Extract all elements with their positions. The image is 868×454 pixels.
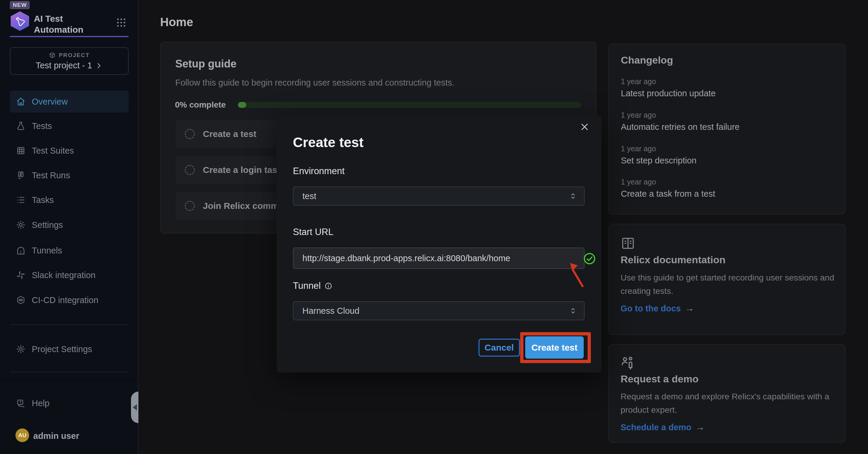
changelog-title: Changelog xyxy=(621,54,673,66)
modal-close-button[interactable] xyxy=(578,120,592,134)
new-badge: NEW xyxy=(10,1,30,9)
module-grid-icon[interactable] xyxy=(116,17,127,28)
start-url-input[interactable]: http://stage.dbank.prod-apps.relicx.ai:8… xyxy=(293,247,585,269)
dashed-circle-icon xyxy=(185,201,195,211)
app-logo xyxy=(11,11,29,31)
arrow-right-icon: → xyxy=(696,422,705,433)
cube-icon xyxy=(49,52,56,59)
sidebar-item-label: Overview xyxy=(32,97,68,107)
changelog-time: 1 year ago xyxy=(621,77,656,86)
user-name[interactable]: admin user xyxy=(33,431,79,441)
sidebar-item-label: Tests xyxy=(32,121,52,131)
sidebar-item-slack-integration[interactable]: Slack integration xyxy=(10,264,129,286)
app-title: AI Test Automation xyxy=(34,13,84,35)
brand-underline xyxy=(10,36,129,37)
home-icon xyxy=(16,97,26,107)
sidebar-item-help[interactable]: Help xyxy=(10,392,129,414)
project-selector[interactable]: PROJECT Test project - 1 xyxy=(10,47,129,75)
dashed-circle-icon xyxy=(185,165,195,175)
grid-icon xyxy=(16,146,26,155)
annotation-highlight-box xyxy=(520,332,591,363)
sidebar-item-label: Help xyxy=(32,398,50,408)
progress-label: 0% complete xyxy=(175,100,226,110)
sidebar: NEW AI Test Automation PROJECT Test proj… xyxy=(0,0,138,454)
book-icon xyxy=(621,236,636,251)
sidebar-item-label: Slack integration xyxy=(32,270,95,280)
progress-fill xyxy=(238,102,246,108)
flask-icon xyxy=(16,121,26,131)
demo-card-body: Request a demo and explore Relicx's capa… xyxy=(621,390,836,417)
sidebar-item-overview[interactable]: Overview xyxy=(10,91,129,113)
app-window: NEW AI Test Automation PROJECT Test proj… xyxy=(0,0,868,454)
sidebar-item-label: Tunnels xyxy=(32,246,62,255)
chevron-updown-icon xyxy=(568,306,578,315)
sidebar-divider xyxy=(10,372,129,372)
sidebar-item-label: Tasks xyxy=(32,195,54,205)
start-url-label: Start URL xyxy=(293,227,333,237)
setup-guide-description: Follow this guide to begin recording use… xyxy=(175,78,455,88)
cancel-button[interactable]: Cancel xyxy=(478,339,520,357)
sidebar-item-label: CI-CD integration xyxy=(32,295,98,305)
sidebar-item-label: Project Settings xyxy=(32,344,92,354)
tunnel-label: Tunnel xyxy=(293,280,332,291)
info-icon xyxy=(324,282,332,290)
modal-title: Create test xyxy=(293,134,364,150)
go-to-docs-link[interactable]: Go to the docs → xyxy=(621,303,694,314)
environment-select[interactable]: test xyxy=(293,187,585,206)
sidebar-item-label: Test Suites xyxy=(32,146,74,156)
logo-flask-icon xyxy=(13,14,27,28)
project-label: PROJECT xyxy=(59,52,90,59)
annotation-red-arrow xyxy=(568,262,586,288)
dashed-circle-icon xyxy=(185,129,195,139)
sidebar-collapse-handle[interactable] xyxy=(131,392,138,423)
help-chat-icon xyxy=(16,398,26,408)
docs-card-body: Use this guide to get started recording … xyxy=(621,271,836,298)
sidebar-item-test-runs[interactable]: Test Runs xyxy=(10,164,129,186)
progress-bar xyxy=(238,102,581,108)
schedule-demo-link[interactable]: Schedule a demo → xyxy=(621,422,705,433)
sidebar-item-label: Settings xyxy=(32,220,63,230)
tunnel-select[interactable]: Harness Cloud xyxy=(293,301,585,320)
sidebar-item-label: Test Runs xyxy=(32,171,70,180)
changelog-time: 1 year ago xyxy=(621,144,656,153)
changelog-time: 1 year ago xyxy=(621,178,656,186)
docs-card-title: Relicx documentation xyxy=(621,254,725,266)
demo-card-title: Request a demo xyxy=(621,373,699,385)
sidebar-item-tunnels[interactable]: Tunnels xyxy=(10,240,129,262)
tunnel-icon xyxy=(16,246,26,255)
close-icon xyxy=(580,122,590,132)
sidebar-item-project-settings[interactable]: Project Settings xyxy=(10,338,129,360)
chevron-right-icon xyxy=(95,62,103,69)
sidebar-item-tasks[interactable]: Tasks xyxy=(10,189,129,211)
chevron-updown-icon xyxy=(568,192,578,201)
changelog-entry: Latest production update xyxy=(621,89,716,98)
sidebar-footer-edge xyxy=(0,380,138,380)
changelog-entry: Automatic retries on test failure xyxy=(621,122,740,132)
people-icon xyxy=(620,354,636,370)
cicd-icon xyxy=(16,295,26,305)
list-icon xyxy=(16,195,26,205)
arrow-right-icon: → xyxy=(685,303,694,314)
collapse-left-icon xyxy=(133,404,137,411)
environment-label: Environment xyxy=(293,166,345,177)
changelog-entry: Create a task from a test xyxy=(621,189,715,199)
sidebar-item-tests[interactable]: Tests xyxy=(10,115,129,137)
sidebar-divider xyxy=(10,325,129,325)
page-title: Home xyxy=(160,16,193,29)
sidebar-item-test-suites[interactable]: Test Suites xyxy=(10,140,129,162)
changelog-time: 1 year ago xyxy=(621,111,656,119)
avatar[interactable]: AU xyxy=(16,428,29,442)
slack-icon xyxy=(16,270,26,280)
columns-icon xyxy=(16,171,26,180)
gear-icon xyxy=(16,344,26,354)
sidebar-item-settings[interactable]: Settings xyxy=(10,214,129,236)
gear-icon xyxy=(16,220,26,230)
setup-guide-title: Setup guide xyxy=(175,58,237,70)
sidebar-item-cicd-integration[interactable]: CI-CD integration xyxy=(10,289,129,311)
project-value: Test project - 1 xyxy=(36,61,92,70)
changelog-entry: Set step description xyxy=(621,156,696,165)
